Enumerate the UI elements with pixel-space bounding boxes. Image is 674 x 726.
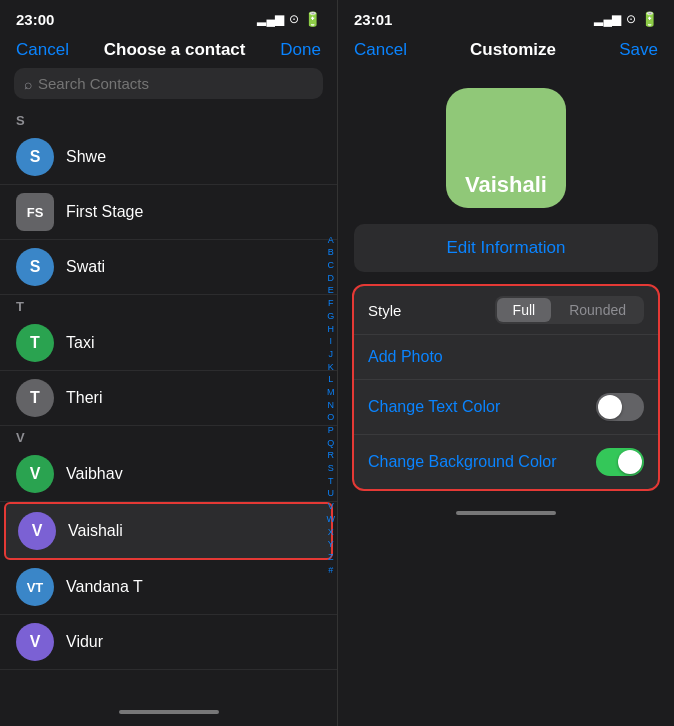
contact-row-vidur[interactable]: V Vidur xyxy=(0,615,337,670)
page-title-left: Choose a contact xyxy=(104,40,246,60)
nav-bar-right: Cancel Customize Save xyxy=(338,34,674,68)
add-photo-label: Add Photo xyxy=(368,348,644,366)
status-icons-left: ▂▄▆ ⊙ 🔋 xyxy=(257,11,321,27)
search-input[interactable] xyxy=(38,75,313,92)
home-indicator-right xyxy=(338,503,674,523)
time-right: 23:01 xyxy=(354,11,392,28)
cancel-button[interactable]: Cancel xyxy=(16,40,69,60)
contacts-list: S S Shwe FS First Stage S Swati T T Taxi… xyxy=(0,109,337,702)
contact-row-swati[interactable]: S Swati xyxy=(0,240,337,295)
signal-icon-right: ▂▄▆ xyxy=(594,12,621,26)
search-bar[interactable]: ⌕ xyxy=(14,68,323,99)
contact-name-theri: Theri xyxy=(66,389,102,407)
avatar-theri: T xyxy=(16,379,54,417)
edit-information-button[interactable]: Edit Information xyxy=(354,224,658,272)
avatar-vidur: V xyxy=(16,623,54,661)
status-bar-left: 23:00 ▂▄▆ ⊙ 🔋 xyxy=(0,0,337,34)
bg-color-toggle-knob xyxy=(618,450,642,474)
style-label: Style xyxy=(368,302,495,319)
contact-row-theri[interactable]: T Theri xyxy=(0,371,337,426)
contact-name-vaishali: Vaishali xyxy=(68,522,123,540)
contact-name-swati: Swati xyxy=(66,258,105,276)
avatar-firststage: FS xyxy=(16,193,54,231)
contact-name-firststage: First Stage xyxy=(66,203,143,221)
nav-bar-left: Cancel Choose a contact Done xyxy=(0,34,337,68)
contact-row-vaibhav[interactable]: V Vaibhav xyxy=(0,447,337,502)
change-bg-color-row[interactable]: Change Background Color xyxy=(354,435,658,489)
done-button[interactable]: Done xyxy=(280,40,321,60)
signal-icon: ▂▄▆ xyxy=(257,12,284,26)
contact-row-vandana[interactable]: VT Vandana T xyxy=(0,560,337,615)
home-indicator-left xyxy=(0,702,337,722)
contact-name-vandana: Vandana T xyxy=(66,578,143,596)
contact-name-taxi: Taxi xyxy=(66,334,94,352)
avatar-shwe: S xyxy=(16,138,54,176)
status-icons-right: ▂▄▆ ⊙ 🔋 xyxy=(594,11,658,27)
contact-row-shwe[interactable]: S Shwe xyxy=(0,130,337,185)
contact-name-vidur: Vidur xyxy=(66,633,103,651)
contact-row-taxi[interactable]: T Taxi xyxy=(0,316,337,371)
contact-name-shwe: Shwe xyxy=(66,148,106,166)
add-photo-row[interactable]: Add Photo xyxy=(354,335,658,380)
status-bar-right: 23:01 ▂▄▆ ⊙ 🔋 xyxy=(338,0,674,34)
time-left: 23:00 xyxy=(16,11,54,28)
change-bg-color-label: Change Background Color xyxy=(368,453,596,471)
options-box: Style Full Rounded Add Photo Change Text… xyxy=(352,284,660,491)
page-title-right: Customize xyxy=(470,40,556,60)
change-text-color-row[interactable]: Change Text Color xyxy=(354,380,658,435)
battery-icon-right: 🔋 xyxy=(641,11,658,27)
wifi-icon: ⊙ xyxy=(289,12,299,26)
customize-cancel-button[interactable]: Cancel xyxy=(354,40,407,60)
avatar-vandana: VT xyxy=(16,568,54,606)
home-bar-right xyxy=(456,511,556,515)
section-header-v: V xyxy=(0,426,337,447)
preview-avatar: Vaishali xyxy=(446,88,566,208)
style-rounded-button[interactable]: Rounded xyxy=(553,298,642,322)
section-header-t: T xyxy=(0,295,337,316)
avatar-vaishali: V xyxy=(18,512,56,550)
avatar-taxi: T xyxy=(16,324,54,362)
style-toggle[interactable]: Full Rounded xyxy=(495,296,644,324)
contact-name-vaibhav: Vaibhav xyxy=(66,465,123,483)
alpha-index[interactable]: A B C D E F G H I J K L M N O P Q R S T … xyxy=(327,109,336,702)
left-panel: 23:00 ▂▄▆ ⊙ 🔋 Cancel Choose a contact Do… xyxy=(0,0,337,726)
home-bar-left xyxy=(119,710,219,714)
wifi-icon-right: ⊙ xyxy=(626,12,636,26)
preview-name: Vaishali xyxy=(465,172,547,198)
text-color-toggle-knob xyxy=(598,395,622,419)
avatar-swati: S xyxy=(16,248,54,286)
change-text-color-label: Change Text Color xyxy=(368,398,596,416)
section-header-s: S xyxy=(0,109,337,130)
edit-info-label: Edit Information xyxy=(446,238,565,257)
style-row: Style Full Rounded xyxy=(354,286,658,335)
battery-icon: 🔋 xyxy=(304,11,321,27)
search-icon: ⌕ xyxy=(24,76,32,92)
text-color-toggle[interactable] xyxy=(596,393,644,421)
avatar-vaibhav: V xyxy=(16,455,54,493)
contact-preview: Vaishali xyxy=(338,68,674,224)
save-button[interactable]: Save xyxy=(619,40,658,60)
style-full-button[interactable]: Full xyxy=(497,298,552,322)
right-panel: 23:01 ▂▄▆ ⊙ 🔋 Cancel Customize Save Vais… xyxy=(337,0,674,726)
bg-color-toggle[interactable] xyxy=(596,448,644,476)
contact-row-vaishali[interactable]: V Vaishali xyxy=(4,502,333,560)
contact-row-firststage[interactable]: FS First Stage xyxy=(0,185,337,240)
